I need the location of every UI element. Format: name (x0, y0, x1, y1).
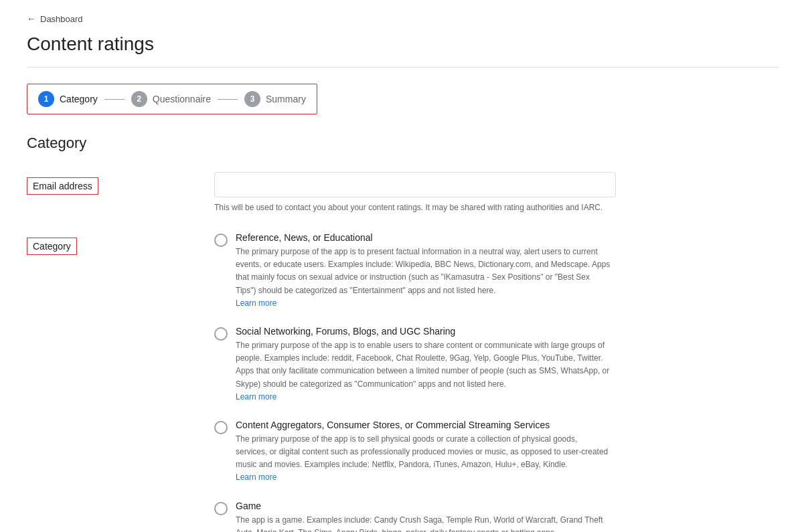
radio-social-content: Social Networking, Forums, Blogs, and UG… (236, 326, 779, 404)
step-1-label: Category (60, 94, 98, 104)
step-2-label: Questionnaire (153, 94, 211, 104)
category-option-social: Social Networking, Forums, Blogs, and UG… (214, 326, 779, 404)
step-2[interactable]: 2 Questionnaire (131, 91, 211, 107)
learn-more-social[interactable]: Learn more (236, 392, 276, 402)
step-divider-2 (218, 99, 238, 100)
radio-aggregator-title: Content Aggregators, Consumer Stores, or… (236, 420, 779, 430)
learn-more-reference[interactable]: Learn more (236, 298, 276, 308)
email-label-col: Email address (27, 172, 187, 195)
step-3-label: Summary (266, 94, 306, 104)
radio-aggregator-desc: The primary purpose of the app is to sel… (236, 433, 611, 484)
radio-aggregator[interactable] (214, 421, 228, 434)
learn-more-aggregator[interactable]: Learn more (236, 472, 276, 482)
radio-game-content: Game The app is a game. Examples include… (236, 501, 779, 532)
email-content-col: This will be used to contact you about y… (214, 172, 779, 213)
radio-reference-content: Reference, News, or Educational The prim… (236, 232, 779, 310)
email-input[interactable] (214, 172, 616, 197)
back-link-label: Dashboard (40, 14, 83, 24)
section-title: Category (27, 135, 779, 152)
stepper: 1 Category 2 Questionnaire 3 Summary (27, 84, 317, 114)
step-3-circle: 3 (244, 91, 260, 107)
radio-reference-desc: The primary purpose of the app is to pre… (236, 246, 611, 310)
step-divider-1 (104, 99, 125, 100)
radio-social-title: Social Networking, Forums, Blogs, and UG… (236, 326, 779, 337)
radio-game-desc: The app is a game. Examples include: Can… (236, 514, 611, 532)
radio-aggregator-content: Content Aggregators, Consumer Stores, or… (236, 420, 779, 484)
back-arrow-icon: ← (27, 13, 36, 24)
step-3[interactable]: 3 Summary (244, 91, 306, 107)
radio-social[interactable] (214, 327, 228, 341)
category-row: Category Reference, News, or Educational… (27, 232, 779, 532)
category-options-col: Reference, News, or Educational The prim… (214, 232, 779, 532)
category-label-col: Category (27, 232, 187, 255)
back-link[interactable]: ← Dashboard (27, 13, 779, 24)
step-1-circle: 1 (38, 91, 54, 107)
divider (27, 67, 779, 68)
step-1[interactable]: 1 Category (38, 91, 98, 107)
category-option-game: Game The app is a game. Examples include… (214, 501, 779, 532)
page-title: Content ratings (27, 33, 779, 55)
radio-reference-title: Reference, News, or Educational (236, 232, 779, 243)
email-row: Email address This will be used to conta… (27, 172, 779, 213)
category-option-reference: Reference, News, or Educational The prim… (214, 232, 779, 310)
category-label: Category (27, 238, 77, 255)
radio-social-desc: The primary purpose of the app is to ena… (236, 339, 611, 404)
radio-game-title: Game (236, 501, 779, 511)
email-label: Email address (27, 177, 98, 195)
email-helper-text: This will be used to contact you about y… (214, 201, 616, 213)
radio-reference[interactable] (214, 234, 228, 247)
category-option-aggregator: Content Aggregators, Consumer Stores, or… (214, 420, 779, 484)
step-2-circle: 2 (131, 91, 147, 107)
radio-game[interactable] (214, 502, 228, 515)
